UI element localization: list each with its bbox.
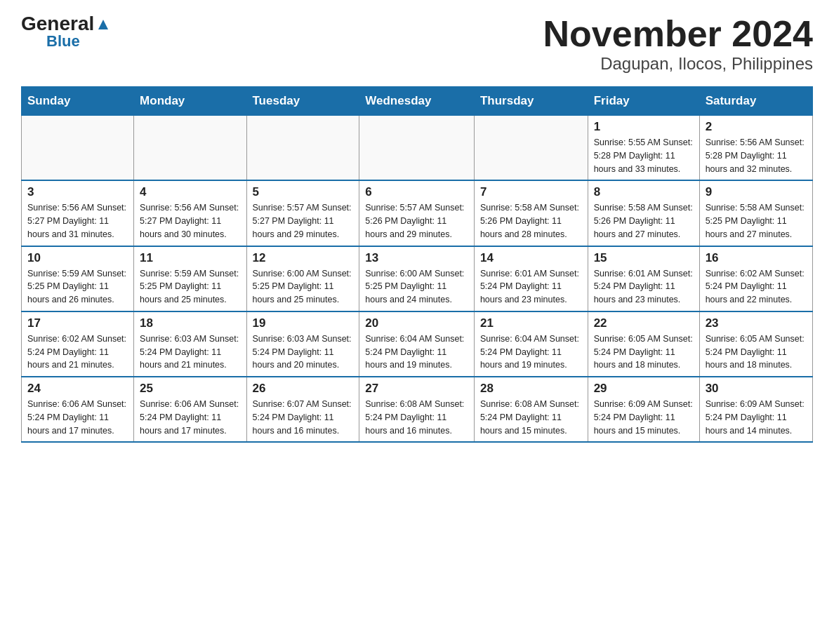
day-number: 9 bbox=[706, 185, 807, 199]
table-row: 21Sunrise: 6:04 AM Sunset: 5:24 PM Dayli… bbox=[474, 311, 588, 377]
title-block: November 2024 Dagupan, Ilocos, Philippin… bbox=[543, 14, 813, 74]
table-row: 25Sunrise: 6:06 AM Sunset: 5:24 PM Dayli… bbox=[134, 377, 246, 442]
col-friday: Friday bbox=[588, 87, 699, 116]
day-number: 23 bbox=[706, 316, 807, 330]
day-number: 1 bbox=[594, 120, 694, 134]
calendar-week-row: 3Sunrise: 5:56 AM Sunset: 5:27 PM Daylig… bbox=[22, 180, 813, 246]
table-row: 6Sunrise: 5:57 AM Sunset: 5:26 PM Daylig… bbox=[359, 180, 475, 246]
col-wednesday: Wednesday bbox=[359, 87, 475, 116]
day-number: 20 bbox=[365, 316, 468, 330]
svg-marker-0 bbox=[98, 20, 108, 29]
day-info: Sunrise: 5:58 AM Sunset: 5:26 PM Dayligh… bbox=[480, 201, 582, 241]
day-info: Sunrise: 5:57 AM Sunset: 5:26 PM Dayligh… bbox=[365, 201, 468, 241]
logo-triangle-icon bbox=[95, 17, 111, 32]
table-row bbox=[474, 116, 588, 181]
day-info: Sunrise: 5:58 AM Sunset: 5:25 PM Dayligh… bbox=[706, 201, 807, 241]
table-row: 5Sunrise: 5:57 AM Sunset: 5:27 PM Daylig… bbox=[246, 180, 359, 246]
table-row: 3Sunrise: 5:56 AM Sunset: 5:27 PM Daylig… bbox=[22, 180, 134, 246]
day-number: 12 bbox=[253, 251, 354, 265]
table-row: 18Sunrise: 6:03 AM Sunset: 5:24 PM Dayli… bbox=[134, 311, 246, 377]
logo: General Blue bbox=[21, 14, 111, 49]
day-info: Sunrise: 6:08 AM Sunset: 5:24 PM Dayligh… bbox=[365, 398, 468, 437]
day-number: 10 bbox=[27, 251, 128, 265]
day-info: Sunrise: 6:03 AM Sunset: 5:24 PM Dayligh… bbox=[253, 333, 354, 372]
day-info: Sunrise: 5:56 AM Sunset: 5:27 PM Dayligh… bbox=[27, 201, 128, 241]
col-tuesday: Tuesday bbox=[246, 87, 359, 116]
table-row: 24Sunrise: 6:06 AM Sunset: 5:24 PM Dayli… bbox=[22, 377, 134, 442]
day-info: Sunrise: 6:05 AM Sunset: 5:24 PM Dayligh… bbox=[706, 333, 807, 372]
col-monday: Monday bbox=[134, 87, 246, 116]
day-number: 30 bbox=[706, 382, 807, 396]
day-number: 29 bbox=[594, 382, 694, 396]
day-info: Sunrise: 6:09 AM Sunset: 5:24 PM Dayligh… bbox=[594, 398, 694, 437]
day-number: 17 bbox=[27, 316, 128, 330]
page-header: General Blue November 2024 Dagupan, Iloc… bbox=[21, 14, 813, 74]
day-number: 16 bbox=[706, 251, 807, 265]
table-row: 11Sunrise: 5:59 AM Sunset: 5:25 PM Dayli… bbox=[134, 246, 246, 311]
day-number: 19 bbox=[253, 316, 354, 330]
table-row: 13Sunrise: 6:00 AM Sunset: 5:25 PM Dayli… bbox=[359, 246, 475, 311]
day-number: 26 bbox=[253, 382, 354, 396]
calendar-week-row: 17Sunrise: 6:02 AM Sunset: 5:24 PM Dayli… bbox=[22, 311, 813, 377]
day-number: 24 bbox=[27, 382, 128, 396]
col-thursday: Thursday bbox=[474, 87, 588, 116]
day-number: 22 bbox=[594, 316, 694, 330]
day-info: Sunrise: 6:01 AM Sunset: 5:24 PM Dayligh… bbox=[480, 267, 582, 307]
table-row: 26Sunrise: 6:07 AM Sunset: 5:24 PM Dayli… bbox=[246, 377, 359, 442]
day-info: Sunrise: 6:07 AM Sunset: 5:24 PM Dayligh… bbox=[253, 398, 354, 437]
table-row: 12Sunrise: 6:00 AM Sunset: 5:25 PM Dayli… bbox=[246, 246, 359, 311]
day-info: Sunrise: 6:01 AM Sunset: 5:24 PM Dayligh… bbox=[594, 267, 694, 307]
table-row: 28Sunrise: 6:08 AM Sunset: 5:24 PM Dayli… bbox=[474, 377, 588, 442]
day-number: 27 bbox=[365, 382, 468, 396]
table-row: 16Sunrise: 6:02 AM Sunset: 5:24 PM Dayli… bbox=[699, 246, 812, 311]
day-info: Sunrise: 5:59 AM Sunset: 5:25 PM Dayligh… bbox=[27, 267, 128, 307]
month-year-title: November 2024 bbox=[543, 14, 813, 54]
day-number: 18 bbox=[140, 316, 240, 330]
day-number: 4 bbox=[140, 185, 240, 199]
table-row: 17Sunrise: 6:02 AM Sunset: 5:24 PM Dayli… bbox=[22, 311, 134, 377]
table-row: 23Sunrise: 6:05 AM Sunset: 5:24 PM Dayli… bbox=[699, 311, 812, 377]
table-row bbox=[246, 116, 359, 181]
day-info: Sunrise: 6:02 AM Sunset: 5:24 PM Dayligh… bbox=[706, 267, 807, 307]
table-row: 15Sunrise: 6:01 AM Sunset: 5:24 PM Dayli… bbox=[588, 246, 699, 311]
logo-general-text: General bbox=[21, 14, 94, 34]
table-row: 22Sunrise: 6:05 AM Sunset: 5:24 PM Dayli… bbox=[588, 311, 699, 377]
table-row: 30Sunrise: 6:09 AM Sunset: 5:24 PM Dayli… bbox=[699, 377, 812, 442]
logo-blue-text: Blue bbox=[46, 34, 80, 49]
col-sunday: Sunday bbox=[22, 87, 134, 116]
table-row: 10Sunrise: 5:59 AM Sunset: 5:25 PM Dayli… bbox=[22, 246, 134, 311]
table-row bbox=[134, 116, 246, 181]
day-info: Sunrise: 5:55 AM Sunset: 5:28 PM Dayligh… bbox=[594, 136, 694, 175]
day-number: 5 bbox=[253, 185, 354, 199]
col-saturday: Saturday bbox=[699, 87, 812, 116]
day-info: Sunrise: 5:56 AM Sunset: 5:27 PM Dayligh… bbox=[140, 201, 240, 241]
day-info: Sunrise: 6:05 AM Sunset: 5:24 PM Dayligh… bbox=[594, 333, 694, 372]
table-row: 27Sunrise: 6:08 AM Sunset: 5:24 PM Dayli… bbox=[359, 377, 475, 442]
table-row: 20Sunrise: 6:04 AM Sunset: 5:24 PM Dayli… bbox=[359, 311, 475, 377]
day-number: 13 bbox=[365, 251, 468, 265]
table-row bbox=[22, 116, 134, 181]
day-info: Sunrise: 6:06 AM Sunset: 5:24 PM Dayligh… bbox=[27, 398, 128, 437]
day-info: Sunrise: 6:00 AM Sunset: 5:25 PM Dayligh… bbox=[253, 267, 354, 307]
day-info: Sunrise: 6:04 AM Sunset: 5:24 PM Dayligh… bbox=[480, 333, 582, 372]
calendar-table: Sunday Monday Tuesday Wednesday Thursday… bbox=[21, 86, 813, 443]
calendar-week-row: 24Sunrise: 6:06 AM Sunset: 5:24 PM Dayli… bbox=[22, 377, 813, 442]
calendar-header-row: Sunday Monday Tuesday Wednesday Thursday… bbox=[22, 87, 813, 116]
day-number: 6 bbox=[365, 185, 468, 199]
table-row: 9Sunrise: 5:58 AM Sunset: 5:25 PM Daylig… bbox=[699, 180, 812, 246]
day-number: 15 bbox=[594, 251, 694, 265]
table-row: 7Sunrise: 5:58 AM Sunset: 5:26 PM Daylig… bbox=[474, 180, 588, 246]
table-row: 29Sunrise: 6:09 AM Sunset: 5:24 PM Dayli… bbox=[588, 377, 699, 442]
day-number: 2 bbox=[706, 120, 807, 134]
location-subtitle: Dagupan, Ilocos, Philippines bbox=[543, 54, 813, 74]
day-info: Sunrise: 6:06 AM Sunset: 5:24 PM Dayligh… bbox=[140, 398, 240, 437]
day-info: Sunrise: 6:00 AM Sunset: 5:25 PM Dayligh… bbox=[365, 267, 468, 307]
day-info: Sunrise: 6:03 AM Sunset: 5:24 PM Dayligh… bbox=[140, 333, 240, 372]
day-number: 21 bbox=[480, 316, 582, 330]
table-row: 2Sunrise: 5:56 AM Sunset: 5:28 PM Daylig… bbox=[699, 116, 812, 181]
day-info: Sunrise: 5:58 AM Sunset: 5:26 PM Dayligh… bbox=[594, 201, 694, 241]
day-number: 14 bbox=[480, 251, 582, 265]
table-row: 1Sunrise: 5:55 AM Sunset: 5:28 PM Daylig… bbox=[588, 116, 699, 181]
day-number: 8 bbox=[594, 185, 694, 199]
day-info: Sunrise: 6:08 AM Sunset: 5:24 PM Dayligh… bbox=[480, 398, 582, 437]
